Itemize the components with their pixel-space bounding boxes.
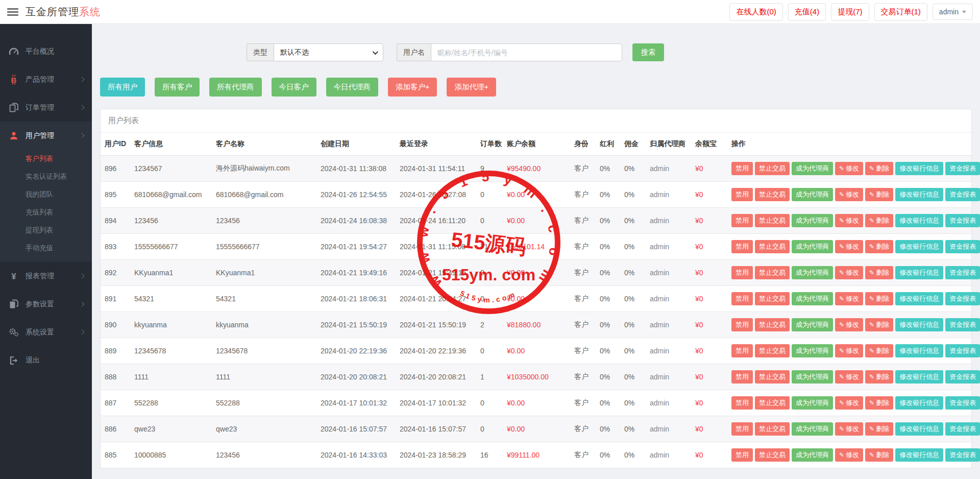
edit-button[interactable]: ✎修改 (835, 240, 863, 253)
edit-bank-button[interactable]: 修改银行信息 (895, 448, 943, 462)
cell-agent[interactable]: admin (646, 156, 691, 182)
funds-report-button[interactable]: 资金报表 (945, 240, 980, 253)
funds-report-button[interactable]: 资金报表 (945, 344, 980, 357)
funds-report-button[interactable]: 资金报表 (945, 162, 980, 175)
cell-agent[interactable]: admin (646, 208, 691, 234)
edit-button[interactable]: ✎修改 (835, 344, 863, 357)
add-customer-button[interactable]: 添加客户+ (388, 78, 437, 97)
sidebar-subitem-recharge-list[interactable]: 充值列表 (0, 203, 92, 221)
all-agents-button[interactable]: 所有代理商 (209, 78, 262, 97)
edit-bank-button[interactable]: 修改银行信息 (895, 188, 943, 201)
today-agents-button[interactable]: 今日代理商 (326, 78, 379, 97)
make-agent-button[interactable]: 成为代理商 (792, 344, 833, 357)
edit-button[interactable]: ✎修改 (835, 370, 863, 384)
make-agent-button[interactable]: 成为代理商 (792, 422, 833, 436)
cell-agent[interactable]: admin (646, 442, 691, 468)
cell-agent[interactable]: admin (646, 364, 691, 390)
sidebar-subitem-withdraw-list[interactable]: 提现列表 (0, 221, 92, 239)
cell-agent[interactable]: admin (646, 286, 691, 312)
funds-report-button[interactable]: 资金报表 (945, 396, 980, 410)
cell-agent[interactable]: admin (646, 182, 691, 208)
disable-button[interactable]: 禁用 (731, 292, 753, 305)
forbid-trade-button[interactable]: 禁止交易 (755, 370, 790, 384)
cell-agent[interactable]: admin (646, 416, 691, 442)
edit-bank-button[interactable]: 修改银行信息 (895, 266, 943, 279)
disable-button[interactable]: 禁用 (731, 370, 753, 384)
edit-button[interactable]: ✎修改 (835, 266, 863, 279)
forbid-trade-button[interactable]: 禁止交易 (755, 448, 790, 462)
edit-button[interactable]: ✎修改 (835, 318, 863, 331)
funds-report-button[interactable]: 资金报表 (945, 266, 980, 279)
hamburger-menu-icon[interactable] (7, 7, 19, 17)
forbid-trade-button[interactable]: 禁止交易 (755, 240, 790, 253)
make-agent-button[interactable]: 成为代理商 (792, 214, 833, 227)
make-agent-button[interactable]: 成为代理商 (792, 448, 833, 462)
edit-button[interactable]: ✎修改 (835, 162, 863, 175)
delete-button[interactable]: ✎删除 (865, 214, 893, 227)
forbid-trade-button[interactable]: 禁止交易 (755, 396, 790, 410)
today-customers-button[interactable]: 今日客户 (272, 78, 316, 97)
sidebar-item-products[interactable]: B 产品管理 (0, 65, 92, 93)
sidebar-subitem-realname-list[interactable]: 实名认证列表 (0, 167, 92, 185)
edit-button[interactable]: ✎修改 (835, 396, 863, 410)
edit-button[interactable]: ✎修改 (835, 188, 863, 201)
make-agent-button[interactable]: 成为代理商 (792, 396, 833, 410)
edit-bank-button[interactable]: 修改银行信息 (895, 240, 943, 253)
cell-agent[interactable]: admin (646, 390, 691, 416)
edit-button[interactable]: ✎修改 (835, 448, 863, 462)
recharge-button[interactable]: 充值(4) (788, 3, 826, 21)
make-agent-button[interactable]: 成为代理商 (792, 292, 833, 305)
funds-report-button[interactable]: 资金报表 (945, 448, 980, 462)
sidebar-subitem-manual-recharge[interactable]: 手动充值 (0, 239, 92, 257)
cell-agent[interactable]: admin (646, 234, 691, 260)
delete-button[interactable]: ✎删除 (865, 370, 893, 384)
delete-button[interactable]: ✎删除 (865, 422, 893, 436)
withdraw-button[interactable]: 提现(7) (831, 3, 869, 21)
edit-button[interactable]: ✎修改 (835, 422, 863, 436)
make-agent-button[interactable]: 成为代理商 (792, 188, 833, 201)
sidebar-item-system[interactable]: 系统设置 (0, 318, 92, 346)
forbid-trade-button[interactable]: 禁止交易 (755, 292, 790, 305)
funds-report-button[interactable]: 资金报表 (945, 214, 980, 227)
disable-button[interactable]: 禁用 (731, 448, 753, 462)
funds-report-button[interactable]: 资金报表 (945, 422, 980, 436)
delete-button[interactable]: ✎删除 (865, 344, 893, 357)
delete-button[interactable]: ✎删除 (865, 448, 893, 462)
forbid-trade-button[interactable]: 禁止交易 (755, 422, 790, 436)
cell-agent[interactable]: admin (646, 260, 691, 286)
edit-bank-button[interactable]: 修改银行信息 (895, 214, 943, 227)
delete-button[interactable]: ✎删除 (865, 396, 893, 410)
forbid-trade-button[interactable]: 禁止交易 (755, 266, 790, 279)
funds-report-button[interactable]: 资金报表 (945, 370, 980, 384)
edit-bank-button[interactable]: 修改银行信息 (895, 162, 943, 175)
disable-button[interactable]: 禁用 (731, 422, 753, 436)
username-input[interactable] (431, 43, 622, 61)
all-users-button[interactable]: 所有用户 (100, 78, 145, 97)
edit-bank-button[interactable]: 修改银行信息 (895, 344, 943, 357)
make-agent-button[interactable]: 成为代理商 (792, 318, 833, 331)
sidebar-item-orders[interactable]: 订单管理 (0, 93, 92, 122)
edit-button[interactable]: ✎修改 (835, 292, 863, 305)
forbid-trade-button[interactable]: 禁止交易 (755, 318, 790, 331)
trade-orders-button[interactable]: 交易订单(1) (874, 3, 927, 21)
disable-button[interactable]: 禁用 (731, 188, 753, 201)
delete-button[interactable]: ✎删除 (865, 318, 893, 331)
forbid-trade-button[interactable]: 禁止交易 (755, 162, 790, 175)
sidebar-item-params[interactable]: 参数设置 (0, 290, 92, 318)
forbid-trade-button[interactable]: 禁止交易 (755, 188, 790, 201)
disable-button[interactable]: 禁用 (731, 266, 753, 279)
cell-agent[interactable]: admin (646, 338, 691, 364)
admin-dropdown[interactable]: admin (933, 4, 973, 20)
sidebar-subitem-my-team[interactable]: 我的团队 (0, 185, 92, 203)
cell-agent[interactable]: admin (646, 312, 691, 338)
forbid-trade-button[interactable]: 禁止交易 (755, 344, 790, 357)
edit-bank-button[interactable]: 修改银行信息 (895, 370, 943, 384)
sidebar-item-logout[interactable]: 退出 (0, 346, 92, 374)
disable-button[interactable]: 禁用 (731, 214, 753, 227)
edit-bank-button[interactable]: 修改银行信息 (895, 318, 943, 331)
online-users-button[interactable]: 在线人数(0) (729, 3, 782, 21)
make-agent-button[interactable]: 成为代理商 (792, 240, 833, 253)
edit-bank-button[interactable]: 修改银行信息 (895, 292, 943, 305)
search-button[interactable]: 搜索 (632, 43, 664, 61)
delete-button[interactable]: ✎删除 (865, 188, 893, 201)
